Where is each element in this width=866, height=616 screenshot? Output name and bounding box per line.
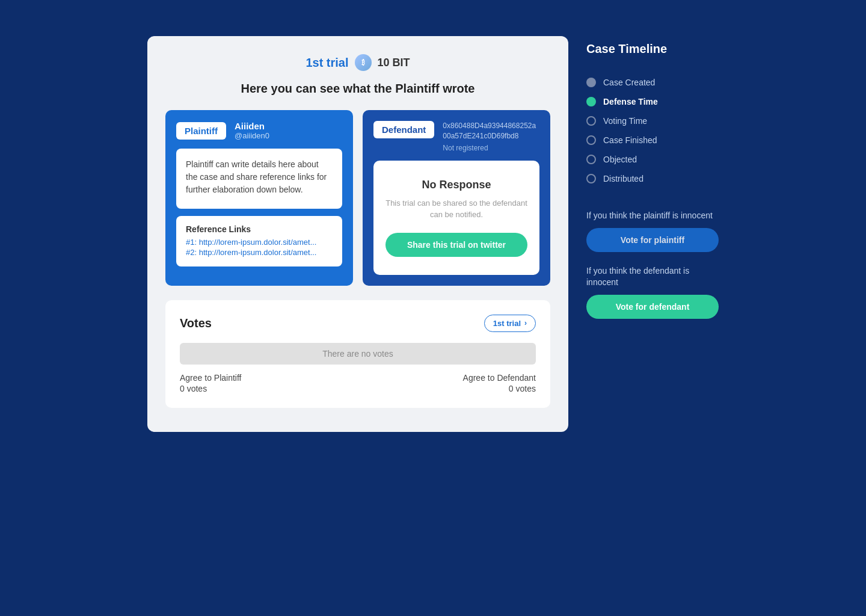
ref-link-2[interactable]: #2: http://lorem-ipsum.dolor.sit/amet... [186,248,333,257]
plaintiff-vote-label: Agree to Plaintiff 0 votes [180,373,241,393]
timeline-item-case-created: Case Created [586,73,719,92]
vote-defendant-button[interactable]: Vote for defendant [586,295,719,319]
timeline-dot-distributed [586,174,596,183]
defendant-address: 0x860488D4a93944868252a00a57dE241c0D69fb… [443,121,539,141]
vote-plaintiff-button[interactable]: Vote for plaintiff [586,228,719,252]
defendant-vote-label: Agree to Defendant 0 votes [463,373,536,393]
timeline-dot-case-finished [586,135,596,145]
vote-defendant-desc: If you think the defendant is innocent [586,265,719,289]
votes-header: Votes 1st trial › [180,315,536,332]
trial-badge-label: 1st trial [493,319,521,328]
timeline-dot-voting-time [586,116,596,126]
timeline-item-voting-time: Voting Time [586,111,719,131]
vote-plaintiff-action: If you think the plaintiff is innocent V… [586,210,719,252]
plaintiff-username: Aiiiden [235,121,269,131]
case-timeline: Case Created Defense Time Voting Time Ca… [586,73,719,188]
votes-title: Votes [180,316,212,330]
plaintiff-vote-count: 0 votes [180,384,241,393]
timeline-dot-case-created [586,78,596,87]
trial-header: 1st trial ₿ 10 BIT [165,54,550,71]
timeline-label-objected: Objected [603,155,637,164]
vote-plaintiff-desc: If you think the plaintiff is innocent [586,210,719,222]
plaintiff-handle: @aiiiden0 [235,131,269,140]
no-response-title: No Response [385,179,527,191]
no-response-desc: This trial can be shared so the defendan… [385,197,527,221]
defendant-info: 0x860488D4a93944868252a00a57dE241c0D69fb… [443,121,539,152]
cards-row: Plaintiff Aiiiden @aiiiden0 Plaintiff ca… [165,110,550,286]
timeline-item-distributed: Distributed [586,169,719,188]
sidebar: Case Timeline Case Created Defense Time … [586,36,719,432]
defendant-status: Not registered [443,144,539,152]
defendant-card: Defendant 0x860488D4a93944868252a00a57dE… [363,110,550,286]
main-panel: 1st trial ₿ 10 BIT Here you can see what… [147,36,568,432]
defendant-header: Defendant 0x860488D4a93944868252a00a57dE… [373,121,539,152]
timeline-label-case-created: Case Created [603,78,655,87]
vote-defendant-action: If you think the defendant is innocent V… [586,265,719,319]
timeline-dot-defense-time [586,97,596,106]
defendant-badge: Defendant [373,121,434,138]
timeline-dot-objected [586,155,596,164]
no-votes-text: There are no votes [322,349,393,359]
votes-section: Votes 1st trial › There are no votes Agr… [165,300,550,408]
plaintiff-badge: Plaintiff [176,122,226,140]
agree-defendant-label: Agree to Defendant [463,373,536,383]
timeline-label-distributed: Distributed [603,174,643,183]
timeline-item-objected: Objected [586,150,719,169]
page-subtitle: Here you can see what the Plaintiff wrot… [165,82,550,96]
votes-labels: Agree to Plaintiff 0 votes Agree to Defe… [180,373,536,393]
bit-icon: ₿ [355,54,372,71]
share-twitter-button[interactable]: Share this trial on twitter [385,233,527,257]
sidebar-title: Case Timeline [586,42,719,56]
votes-bar: There are no votes [180,343,536,365]
plaintiff-header: Plaintiff Aiiiden @aiiiden0 [176,121,342,140]
timeline-label-case-finished: Case Finished [603,135,657,145]
chevron-right-icon: › [524,319,527,327]
timeline-item-case-finished: Case Finished [586,131,719,150]
timeline-label-voting-time: Voting Time [603,116,647,126]
timeline-label-defense-time: Defense Time [603,97,658,106]
trial-label[interactable]: 1st trial [306,56,348,70]
timeline-item-defense-time: Defense Time [586,92,719,111]
reference-links-title: Reference Links [186,224,333,234]
trial-badge-button[interactable]: 1st trial › [484,315,536,332]
plaintiff-description: Plaintiff can write details here about t… [176,149,342,209]
ref-link-1[interactable]: #1: http://lorem-ipsum.dolor.sit/amet... [186,238,333,247]
reference-links: Reference Links #1: http://lorem-ipsum.d… [176,216,342,266]
defendant-vote-count: 0 votes [463,384,536,393]
bit-amount: 10 BIT [378,57,410,69]
no-response-box: No Response This trial can be shared so … [373,161,539,275]
plaintiff-card: Plaintiff Aiiiden @aiiiden0 Plaintiff ca… [165,110,353,286]
plaintiff-user-info: Aiiiden @aiiiden0 [235,121,269,140]
agree-plaintiff-label: Agree to Plaintiff [180,373,241,383]
